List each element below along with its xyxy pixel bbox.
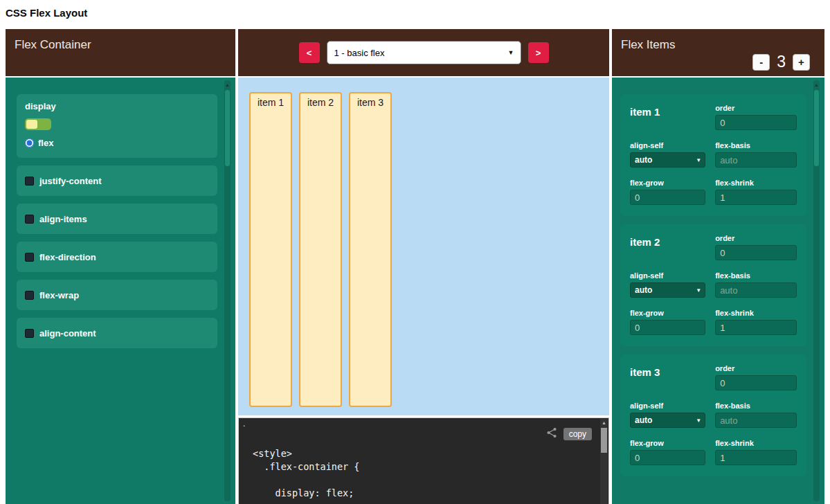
- align-content-label: align-content: [39, 328, 96, 339]
- code-panel: . copy <style> .flex-container { display…: [238, 417, 609, 504]
- scroll-up-arrow-icon[interactable]: ▲: [813, 82, 820, 88]
- display-label: display: [25, 101, 209, 111]
- code-block: <style> .flex-container { display: flex;: [253, 447, 593, 500]
- flex-basis-input[interactable]: [715, 152, 797, 168]
- prev-preset-button[interactable]: <: [299, 42, 320, 63]
- flex-grow-label: flex-grow: [630, 309, 705, 317]
- align-items-row[interactable]: align-items: [25, 214, 87, 224]
- flex-basis-input[interactable]: [715, 282, 797, 298]
- justify-content-label: justify-content: [39, 176, 102, 186]
- item-card-2: item 2 order align-self auto ▼ flex-basi: [620, 224, 806, 346]
- flex-container-title: Flex Container: [15, 38, 91, 52]
- code-line: display: flex;: [253, 487, 593, 500]
- flex-radio-row[interactable]: flex: [25, 138, 209, 148]
- flex-demo-area: item 1 item 2 item 3: [238, 78, 609, 415]
- code-toolbar: copy: [546, 427, 592, 441]
- flex-wrap-label: flex-wrap: [39, 290, 79, 300]
- flex-radio[interactable]: [25, 138, 34, 147]
- flex-shrink-input[interactable]: [715, 190, 797, 205]
- flex-shrink-label: flex-shrink: [715, 309, 797, 317]
- demo-item-1: item 1: [249, 92, 292, 407]
- item-card-title: item 3: [630, 366, 660, 378]
- right-scrollbar-thumb[interactable]: [814, 90, 819, 166]
- item-count: 3: [777, 53, 786, 71]
- align-items-checkbox[interactable]: [25, 215, 34, 224]
- display-toggle[interactable]: [25, 118, 51, 130]
- flex-basis-input[interactable]: [715, 413, 797, 428]
- preset-bar: < 1 - basic flex ▼ >: [238, 29, 609, 76]
- flex-grow-input[interactable]: [630, 320, 705, 335]
- right-panel-scrollbar[interactable]: ▲: [813, 80, 820, 501]
- order-label: order: [715, 364, 797, 372]
- copy-button[interactable]: copy: [563, 428, 592, 440]
- flex-items-title: Flex Items: [621, 38, 675, 52]
- order-label: order: [715, 234, 797, 242]
- align-items-section: align-items: [17, 204, 217, 234]
- share-icon[interactable]: [546, 427, 557, 441]
- toggle-knob-icon: [26, 120, 37, 129]
- align-self-label: align-self: [630, 271, 705, 280]
- flex-items-body: item 1 order align-self auto ▼ flex-basi: [612, 78, 824, 504]
- flex-basis-label: flex-basis: [715, 141, 797, 150]
- flex-wrap-row[interactable]: flex-wrap: [25, 290, 79, 300]
- flex-direction-section: flex-direction: [17, 242, 217, 272]
- flex-direction-label: flex-direction: [39, 252, 96, 262]
- left-panel-scrollbar[interactable]: ▲: [224, 80, 231, 501]
- align-self-select[interactable]: auto: [630, 282, 705, 298]
- code-scroll-up-arrow-icon[interactable]: ▲: [600, 420, 608, 426]
- order-label: order: [715, 104, 797, 112]
- page-title: CSS Flex Layout: [6, 7, 87, 19]
- flex-direction-checkbox[interactable]: [25, 253, 34, 262]
- flex-items-panel: Flex Items - 3 + item 1 order align-self…: [612, 29, 824, 504]
- code-line: .flex-container {: [253, 460, 593, 474]
- item-card-1: item 1 order align-self auto ▼ flex-basi: [620, 94, 806, 216]
- flex-container-panel: Flex Container display flex justify-cont…: [6, 29, 235, 504]
- flex-wrap-checkbox[interactable]: [25, 291, 34, 300]
- order-input[interactable]: [715, 115, 797, 130]
- flex-wrap-section: flex-wrap: [17, 280, 217, 310]
- flex-grow-label: flex-grow: [630, 179, 705, 187]
- justify-content-row[interactable]: justify-content: [25, 176, 102, 186]
- code-scrollbar-thumb[interactable]: [601, 428, 607, 453]
- flex-demo-column: < 1 - basic flex ▼ > item 1 item 2 item …: [238, 29, 609, 504]
- align-self-label: align-self: [630, 141, 705, 150]
- item-card-title: item 2: [630, 236, 660, 248]
- flex-grow-input[interactable]: [630, 190, 705, 205]
- flex-container-body: display flex justify-content align-items: [6, 78, 235, 504]
- flex-direction-row[interactable]: flex-direction: [25, 252, 96, 262]
- align-self-select[interactable]: auto: [630, 152, 705, 168]
- item-card-3: item 3 order align-self auto ▼ flex-basi: [620, 354, 806, 476]
- preset-select[interactable]: 1 - basic flex: [327, 41, 521, 64]
- align-content-section: align-content: [17, 318, 217, 348]
- scroll-up-arrow-icon[interactable]: ▲: [224, 82, 231, 88]
- align-content-row[interactable]: align-content: [25, 328, 96, 339]
- code-line: <style>: [253, 447, 593, 460]
- left-scrollbar-thumb[interactable]: [225, 90, 230, 166]
- next-preset-button[interactable]: >: [528, 42, 549, 63]
- flex-shrink-input[interactable]: [715, 450, 797, 465]
- flex-basis-label: flex-basis: [715, 402, 797, 410]
- item-card-title: item 1: [630, 106, 660, 118]
- code-scrollbar[interactable]: ▲: [600, 419, 608, 504]
- flex-container-header: Flex Container: [6, 29, 235, 76]
- flex-shrink-input[interactable]: [715, 320, 797, 335]
- add-item-button[interactable]: +: [793, 54, 810, 71]
- justify-content-section: justify-content: [17, 165, 217, 196]
- demo-item-2: item 2: [299, 92, 342, 407]
- align-items-label: align-items: [39, 214, 87, 224]
- flex-shrink-label: flex-shrink: [715, 179, 797, 187]
- order-input[interactable]: [715, 375, 797, 390]
- display-section: display flex: [17, 94, 217, 158]
- flex-grow-input[interactable]: [630, 450, 705, 465]
- flex-radio-label: flex: [38, 138, 53, 148]
- order-input[interactable]: [715, 245, 797, 260]
- flex-grow-label: flex-grow: [630, 439, 705, 447]
- flex-items-header: Flex Items - 3 +: [612, 29, 824, 76]
- preset-select-wrap: 1 - basic flex ▼: [327, 41, 521, 64]
- flex-basis-label: flex-basis: [715, 271, 797, 280]
- remove-item-button[interactable]: -: [752, 54, 770, 71]
- align-content-checkbox[interactable]: [25, 329, 34, 338]
- code-bullet: .: [243, 419, 245, 429]
- align-self-select[interactable]: auto: [630, 413, 705, 428]
- justify-content-checkbox[interactable]: [25, 177, 34, 186]
